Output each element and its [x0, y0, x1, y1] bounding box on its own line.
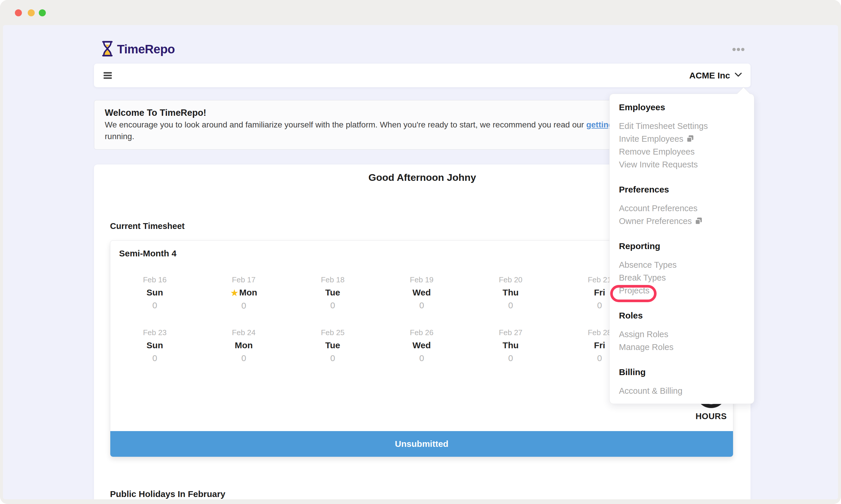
menu-item-break-types[interactable]: Break Types: [619, 271, 746, 284]
hourglass-icon: [101, 40, 114, 58]
top-navbar: ACME Inc: [94, 64, 751, 87]
day-cell: Feb 25 Tue 0: [288, 326, 377, 364]
dropdown-caret: [737, 87, 750, 100]
company-name: ACME Inc: [689, 71, 730, 80]
menu-item-edit-timesheet-settings[interactable]: Edit Timesheet Settings: [619, 120, 746, 132]
menu-heading: Roles: [619, 309, 746, 322]
menu-section-roles: Roles Assign Roles Manage Roles: [619, 309, 746, 354]
macos-titlebar: [0, 0, 841, 25]
menu-item-account-preferences[interactable]: Account Preferences: [619, 202, 746, 215]
menu-heading: Employees: [619, 101, 746, 114]
menu-section-reporting: Reporting Absence Types Break Types Proj…: [619, 240, 746, 297]
hamburger-icon[interactable]: [104, 71, 112, 80]
zoom-button[interactable]: [39, 9, 46, 16]
menu-item-view-invite-requests[interactable]: View Invite Requests: [619, 158, 746, 171]
day-cell: Feb 24 Mon 0: [199, 326, 288, 364]
close-button[interactable]: [15, 9, 22, 16]
duplicate-window-icon: [686, 133, 694, 141]
hours-label: HOURS: [682, 410, 733, 422]
day-cell: Feb 20 Thu 0: [466, 273, 555, 312]
day-cell: Feb 27 Thu 0: [466, 326, 555, 364]
menu-heading: Reporting: [619, 240, 746, 253]
current-timesheet-heading: Current Timesheet: [110, 220, 185, 232]
menu-item-manage-roles[interactable]: Manage Roles: [619, 341, 746, 354]
brand-logo: TimeRepo: [101, 41, 175, 57]
day-cell: Feb 19 Wed 0: [377, 273, 466, 312]
menu-item-absence-types[interactable]: Absence Types: [619, 258, 746, 271]
public-holidays-heading: Public Holidays In February: [110, 488, 225, 499]
duplicate-window-icon: [695, 216, 702, 223]
menu-item-owner-preferences[interactable]: Owner Preferences: [619, 215, 746, 228]
company-selector[interactable]: ACME Inc: [689, 64, 742, 87]
menu-section-employees: Employees Edit Timesheet Settings Invite…: [619, 101, 746, 171]
menu-heading: Billing: [619, 366, 746, 379]
menu-heading: Preferences: [619, 183, 746, 196]
status-badge: Unsubmitted: [110, 431, 733, 457]
day-cell: Feb 17 ★Mon 0: [199, 273, 288, 312]
timesheet-period: Semi-Month 4: [119, 247, 177, 260]
app-title: TimeRepo: [117, 42, 175, 56]
holiday-star-icon: ★: [230, 287, 239, 299]
ellipsis-icon[interactable]: [733, 48, 744, 51]
menu-item-projects[interactable]: Projects: [619, 284, 746, 297]
menu-item-invite-employees[interactable]: Invite Employees: [619, 132, 746, 145]
chevron-down-icon: [735, 73, 742, 78]
day-cell: Feb 18 Tue 0: [288, 273, 377, 312]
menu-item-remove-employees[interactable]: Remove Employees: [619, 145, 746, 158]
app-window: TimeRepo ACME Inc Welcome To TimeRepo! W…: [0, 0, 841, 504]
minimize-button[interactable]: [28, 9, 35, 16]
day-cell: Feb 26 Wed 0: [377, 326, 466, 364]
menu-item-account-billing[interactable]: Account & Billing: [619, 384, 746, 397]
page-background: TimeRepo ACME Inc Welcome To TimeRepo! W…: [3, 25, 838, 499]
menu-item-assign-roles[interactable]: Assign Roles: [619, 328, 746, 341]
day-cell: Feb 16 Sun 0: [110, 273, 199, 312]
menu-section-preferences: Preferences Account Preferences Owner Pr…: [619, 183, 746, 228]
settings-dropdown-menu: Employees Edit Timesheet Settings Invite…: [609, 94, 754, 404]
menu-section-billing: Billing Account & Billing: [619, 366, 746, 397]
day-cell: Feb 23 Sun 0: [110, 326, 199, 364]
